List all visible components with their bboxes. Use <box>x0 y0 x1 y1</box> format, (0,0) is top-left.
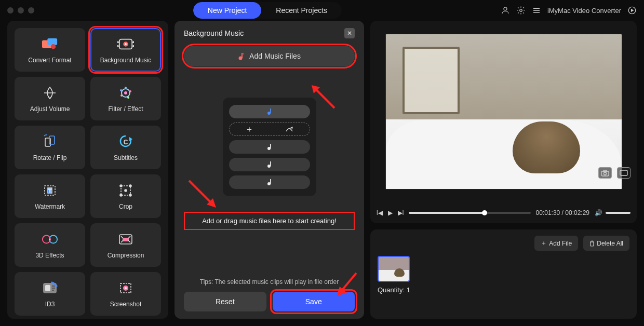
save-button[interactable]: Save <box>273 292 355 311</box>
svg-point-36 <box>125 189 127 192</box>
compression-icon <box>117 231 134 248</box>
svg-point-34 <box>120 194 122 196</box>
3d-effects-icon <box>42 231 58 248</box>
svg-point-11 <box>132 45 134 47</box>
svg-rect-66 <box>270 179 271 184</box>
svg-rect-64 <box>270 161 271 166</box>
svg-point-23 <box>120 89 122 91</box>
svg-rect-47 <box>45 285 50 291</box>
svg-point-13 <box>125 43 127 45</box>
watermark-icon: T <box>42 182 58 199</box>
time-display: 00:01:30 / 00:02:29 <box>536 209 589 216</box>
volume-slider[interactable] <box>606 212 630 214</box>
queue-item-thumbnail[interactable] <box>378 256 410 282</box>
svg-point-18 <box>124 91 127 94</box>
tool-label: Crop <box>119 203 132 210</box>
tool-label: Subtitles <box>114 154 138 161</box>
screenshot-icon <box>117 280 134 296</box>
background-music-icon <box>117 36 134 52</box>
tool-convert-format[interactable]: Convert Format <box>15 28 85 72</box>
svg-text:T: T <box>48 188 51 193</box>
music-slot[interactable] <box>229 158 310 171</box>
tool-watermark[interactable]: T Watermark <box>15 174 85 218</box>
tool-filter-effect[interactable]: Filter / Effect <box>90 77 161 120</box>
tool-label: Background Music <box>100 57 152 64</box>
tool-rotate-flip[interactable]: Rotate / Flip <box>15 126 85 169</box>
annotation-arrow <box>185 176 221 213</box>
svg-point-1 <box>520 9 522 12</box>
tool-subtitles[interactable]: C Subtitles <box>90 126 161 169</box>
music-slots-stack[interactable]: ＋ <box>223 98 316 196</box>
tool-label: Convert Format <box>28 57 71 64</box>
svg-rect-60 <box>270 108 271 113</box>
titlebar: New Project Recent Projects iMyMac Video… <box>0 0 644 21</box>
svg-text:C: C <box>124 139 128 146</box>
tips-text: Tips: The selected music clips will play… <box>184 278 355 286</box>
music-slot[interactable] <box>229 140 310 154</box>
tool-label: Screenshot <box>110 301 142 308</box>
tool-id3[interactable]: ID3 <box>15 272 85 316</box>
snapshot-button[interactable] <box>598 167 612 179</box>
next-button[interactable]: ▶l <box>398 209 404 216</box>
empty-state-hint: Add or drag music files here to start cr… <box>184 212 355 230</box>
subtitles-icon: C <box>117 133 134 150</box>
svg-marker-68 <box>207 198 216 208</box>
svg-point-6 <box>51 44 56 49</box>
crop-icon <box>117 182 134 199</box>
add-music-files-button[interactable]: Add Music Files <box>184 46 355 66</box>
delete-all-button[interactable]: Delete All <box>583 236 629 251</box>
music-slot[interactable] <box>229 175 310 189</box>
svg-point-10 <box>132 41 134 43</box>
rotate-flip-icon <box>42 133 58 150</box>
svg-point-19 <box>125 87 127 89</box>
svg-rect-62 <box>270 144 271 148</box>
add-file-button[interactable]: ＋Add File <box>534 236 578 251</box>
tool-label: Filter / Effect <box>108 105 143 113</box>
svg-rect-5 <box>47 38 57 45</box>
zoom-window[interactable] <box>28 7 34 13</box>
fullscreen-button[interactable] <box>617 167 630 179</box>
music-slot[interactable] <box>229 105 310 118</box>
tool-adjust-volume[interactable]: Adjust Volume <box>15 77 85 120</box>
panel-title: Background Music <box>184 29 244 37</box>
svg-rect-75 <box>591 242 594 246</box>
project-tabs: New Project Recent Projects <box>193 2 342 19</box>
close-window[interactable] <box>7 7 14 13</box>
tab-new-project[interactable]: New Project <box>193 2 261 19</box>
menu-icon[interactable] <box>532 6 541 15</box>
add-music-label: Add Music Files <box>249 52 301 60</box>
minimize-window[interactable] <box>18 7 24 13</box>
close-panel-button[interactable]: ✕ <box>344 28 355 38</box>
svg-point-20 <box>129 90 131 92</box>
svg-point-32 <box>120 185 122 187</box>
svg-point-54 <box>125 287 127 289</box>
tool-3d-effects[interactable]: 3D Effects <box>15 223 85 267</box>
svg-point-33 <box>129 185 131 187</box>
tool-screenshot[interactable]: Screenshot <box>90 272 161 316</box>
playback-controls: l◀ ▶ ▶l 00:01:30 / 00:02:29 🔊 <box>370 202 637 223</box>
music-slot-add[interactable]: ＋ <box>229 123 310 136</box>
settings-icon[interactable] <box>516 6 526 15</box>
volume-icon[interactable]: 🔊 <box>595 209 602 216</box>
svg-point-21 <box>127 97 129 99</box>
svg-marker-3 <box>632 9 634 12</box>
tool-background-music[interactable]: Background Music <box>90 28 161 72</box>
account-icon[interactable] <box>501 6 510 15</box>
tool-label: 3D Effects <box>35 252 64 259</box>
svg-rect-41 <box>123 238 129 241</box>
play-button[interactable]: ▶ <box>388 209 393 216</box>
convert-format-icon <box>42 36 58 52</box>
file-queue: ＋Add File Delete All Quantity: 1 <box>370 229 637 319</box>
svg-point-9 <box>117 45 119 47</box>
reset-button[interactable]: Reset <box>184 292 266 311</box>
tool-label: Watermark <box>35 203 65 210</box>
svg-point-35 <box>129 194 131 196</box>
svg-rect-56 <box>242 53 243 58</box>
prev-button[interactable]: l◀ <box>377 209 383 216</box>
app-logo-icon <box>627 6 637 15</box>
tab-recent-projects[interactable]: Recent Projects <box>261 2 342 19</box>
tool-compression[interactable]: Compression <box>90 223 161 267</box>
svg-line-42 <box>121 236 123 238</box>
tool-crop[interactable]: Crop <box>90 174 161 218</box>
seek-bar[interactable] <box>409 212 530 214</box>
